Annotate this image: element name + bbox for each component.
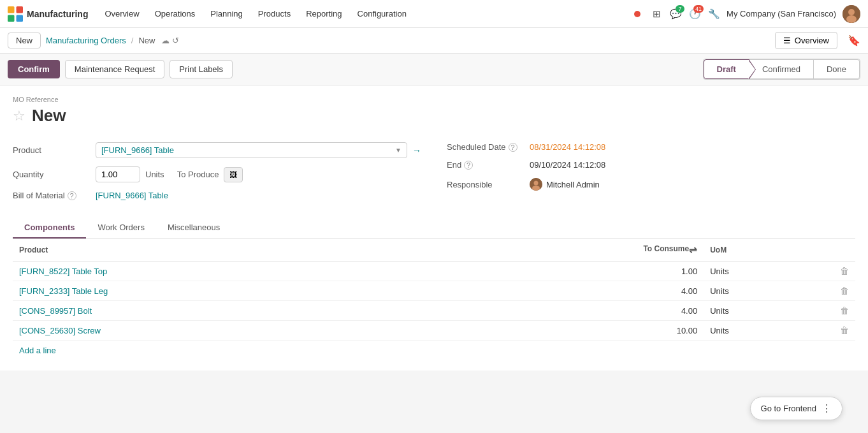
delete-row-1-icon[interactable]: 🗑 — [840, 286, 849, 296]
component-uom-3: Units — [704, 321, 834, 341]
tab-work-orders[interactable]: Work Orders — [86, 217, 156, 239]
menu-item-products[interactable]: Products — [252, 5, 297, 22]
chat-icon[interactable]: 💬 7 — [669, 8, 682, 20]
product-label: Product — [13, 145, 96, 155]
confirm-button[interactable]: Confirm — [8, 60, 60, 78]
status-confirmed[interactable]: Confirmed — [749, 59, 814, 79]
svg-point-5 — [848, 9, 855, 15]
form-section: Product [FURN_9666] Table ▼ → Quantity U… — [13, 138, 855, 205]
favorite-star-icon[interactable]: ☆ — [13, 108, 25, 124]
component-link-3[interactable]: [CONS_25630] Screw — [19, 326, 101, 335]
col-header-product: Product — [13, 239, 430, 261]
menu-icon: ☰ — [783, 36, 791, 45]
quantity-row: Quantity Units To Produce 🖼 — [13, 163, 421, 187]
to-produce-image-button[interactable]: 🖼 — [224, 167, 243, 182]
product-value: [FURN_9666] Table — [101, 145, 174, 155]
tab-components[interactable]: Components — [13, 217, 86, 239]
end-date-value: 09/10/2024 14:12:08 — [530, 160, 855, 170]
status-steps: Draft Confirmed Done — [703, 59, 860, 80]
delete-row-3-icon[interactable]: 🗑 — [840, 325, 849, 335]
menu-item-planning[interactable]: Planning — [204, 5, 249, 22]
add-line[interactable]: Add a line — [13, 341, 62, 360]
print-labels-button[interactable]: Print Labels — [170, 60, 233, 78]
product-row: Product [FURN_9666] Table ▼ → — [13, 138, 421, 163]
responsible-value-row: Mitchell Admin — [530, 178, 600, 191]
menu-item-reporting[interactable]: Reporting — [300, 5, 348, 22]
status-done[interactable]: Done — [814, 59, 860, 79]
tab-miscellaneous[interactable]: Miscellaneous — [156, 217, 231, 239]
component-delete-2: 🗑 — [834, 301, 855, 321]
component-consume-0: 1.00 — [430, 261, 704, 281]
menu-item-operations[interactable]: Operations — [148, 5, 202, 22]
external-link-icon[interactable]: → — [412, 145, 421, 156]
svg-point-9 — [532, 186, 540, 191]
col-header-actions — [834, 239, 855, 261]
components-table: Product To Consume ⇌ UoM [FURN_8522] Tab… — [13, 239, 855, 341]
component-uom-2: Units — [704, 301, 834, 321]
overview-label: Overview — [795, 36, 829, 45]
menu-item-configuration[interactable]: Configuration — [351, 5, 413, 22]
cloud-icon[interactable]: ☁ — [161, 36, 170, 45]
breadcrumb-current: New — [138, 36, 155, 45]
component-delete-3: 🗑 — [834, 321, 855, 341]
table-row: [CONS_89957] Bolt 4.00 Units 🗑 — [13, 301, 855, 321]
breadcrumb-parent[interactable]: Manufacturing Orders — [46, 36, 126, 45]
component-link-0[interactable]: [FURN_8522] Table Top — [19, 267, 107, 276]
quantity-input[interactable] — [96, 166, 140, 182]
company-name: My Company (San Francisco) — [727, 9, 836, 18]
component-link-1[interactable]: [FURN_2333] Table Leg — [19, 286, 108, 296]
svg-rect-2 — [8, 15, 15, 22]
product-dropdown[interactable]: [FURN_9666] Table ▼ — [96, 142, 407, 158]
adjust-columns-icon[interactable]: ⇌ — [689, 244, 697, 256]
action-bar: Confirm Maintenance Request Print Labels… — [0, 54, 868, 85]
col-header-to-consume-text: To Consume — [643, 244, 689, 253]
status-bar: Draft Confirmed Done — [703, 59, 860, 80]
responsible-avatar-image — [530, 178, 542, 191]
refresh-icon[interactable]: ↺ — [172, 36, 179, 45]
recording-indicator[interactable] — [631, 8, 644, 20]
bom-help-icon[interactable]: ? — [68, 191, 76, 200]
bom-value[interactable]: [FURN_9666] Table — [96, 191, 421, 200]
app-logo[interactable]: Manufacturing — [8, 6, 88, 22]
overview-button[interactable]: ☰ Overview — [775, 32, 837, 49]
to-produce-label: To Produce — [177, 170, 219, 179]
quantity-unit: Units — [145, 170, 164, 179]
col-header-uom: UoM — [704, 239, 834, 261]
maintenance-request-button[interactable]: Maintenance Request — [65, 60, 164, 78]
settings-icon[interactable]: 🔧 — [707, 8, 720, 20]
scheduled-date-help-icon[interactable]: ? — [509, 143, 517, 152]
end-date-row: End ? 09/10/2024 14:12:08 — [447, 156, 855, 174]
col-header-to-consume: To Consume ⇌ — [430, 239, 704, 261]
delete-row-0-icon[interactable]: 🗑 — [840, 266, 849, 276]
responsible-label: Responsible — [447, 180, 530, 189]
component-consume-1: 4.00 — [430, 281, 704, 301]
breadcrumb-bar: New Manufacturing Orders / New ☁ ↺ ☰ Ove… — [0, 28, 868, 54]
main-menu: Overview Operations Planning Products Re… — [98, 5, 631, 22]
responsible-name: Mitchell Admin — [546, 180, 600, 189]
activity-icon[interactable]: 🕐 41 — [688, 8, 701, 20]
breadcrumb-icons: ☁ ↺ — [161, 36, 179, 45]
user-avatar[interactable] — [843, 5, 860, 23]
menu-item-overview[interactable]: Overview — [98, 5, 145, 22]
status-draft[interactable]: Draft — [704, 59, 749, 79]
main-content: MO Reference ☆ New Product [FURN_9666] T… — [0, 85, 868, 371]
grid-icon[interactable]: ⊞ — [650, 8, 663, 20]
app-logo-icon — [8, 6, 23, 22]
component-consume-3: 10.00 — [430, 321, 704, 341]
responsible-row: Responsible Mitchell Admin — [447, 174, 855, 195]
delete-row-2-icon[interactable]: 🗑 — [840, 305, 849, 316]
end-help-icon[interactable]: ? — [464, 161, 473, 170]
top-navigation: Manufacturing Overview Operations Planni… — [0, 0, 868, 28]
table-row: [CONS_25630] Screw 10.00 Units 🗑 — [13, 321, 855, 341]
bom-label: Bill of Material ? — [13, 191, 96, 200]
component-consume-2: 4.00 — [430, 301, 704, 321]
table-row: [FURN_8522] Table Top 1.00 Units 🗑 — [13, 261, 855, 281]
scheduled-date-row: Scheduled Date ? 08/31/2024 14:12:08 — [447, 138, 855, 156]
scheduled-date-value: 08/31/2024 14:12:08 — [530, 142, 855, 152]
component-link-2[interactable]: [CONS_89957] Bolt — [19, 306, 92, 316]
bom-label-text: Bill of Material — [13, 191, 65, 200]
bom-row: Bill of Material ? [FURN_9666] Table — [13, 187, 421, 205]
component-delete-0: 🗑 — [834, 261, 855, 281]
new-button[interactable]: New — [8, 33, 41, 48]
bookmark-icon[interactable]: 🔖 — [848, 34, 860, 47]
